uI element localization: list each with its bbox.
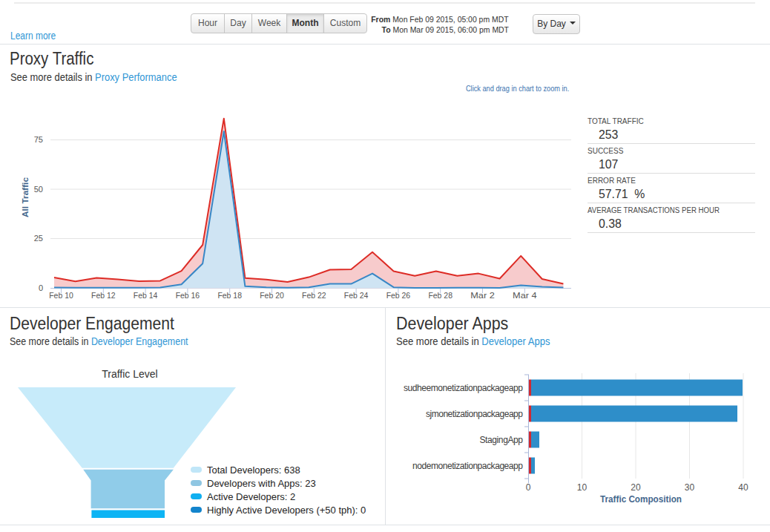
svg-text:50: 50 xyxy=(34,185,43,194)
svg-text:0: 0 xyxy=(39,283,43,292)
svg-text:30: 30 xyxy=(685,482,695,493)
svg-text:20: 20 xyxy=(631,482,641,493)
svg-text:25: 25 xyxy=(34,234,43,243)
svg-text:Feb 28: Feb 28 xyxy=(428,291,453,300)
svg-text:Feb 20: Feb 20 xyxy=(260,291,284,300)
svg-text:75: 75 xyxy=(34,135,43,144)
svg-text:sjmonetizationpackageapp: sjmonetizationpackageapp xyxy=(426,409,523,419)
svg-text:Feb 24: Feb 24 xyxy=(344,291,369,300)
svg-text:All Traffic: All Traffic xyxy=(21,177,30,217)
svg-text:Feb 22: Feb 22 xyxy=(302,291,326,300)
svg-text:Feb 26: Feb 26 xyxy=(386,291,411,300)
svg-text:40: 40 xyxy=(738,482,748,493)
svg-text:10: 10 xyxy=(577,482,588,493)
svg-text:Feb 12: Feb 12 xyxy=(91,291,116,300)
svg-text:0: 0 xyxy=(526,482,531,493)
svg-text:Feb 14: Feb 14 xyxy=(134,291,158,300)
svg-text:Traffic Composition: Traffic Composition xyxy=(600,493,682,505)
svg-text:Feb 10: Feb 10 xyxy=(49,291,73,300)
svg-text:Mar 2: Mar 2 xyxy=(470,291,495,300)
svg-text:Mar 4: Mar 4 xyxy=(513,291,537,300)
svg-text:sudheemonetizationpackageapp: sudheemonetizationpackageapp xyxy=(404,383,523,393)
svg-text:nodemonetizationpackageapp: nodemonetizationpackageapp xyxy=(412,461,523,471)
svg-text:Feb 18: Feb 18 xyxy=(217,291,242,300)
svg-text:StagingApp: StagingApp xyxy=(480,435,524,445)
svg-text:Feb 16: Feb 16 xyxy=(176,291,200,300)
